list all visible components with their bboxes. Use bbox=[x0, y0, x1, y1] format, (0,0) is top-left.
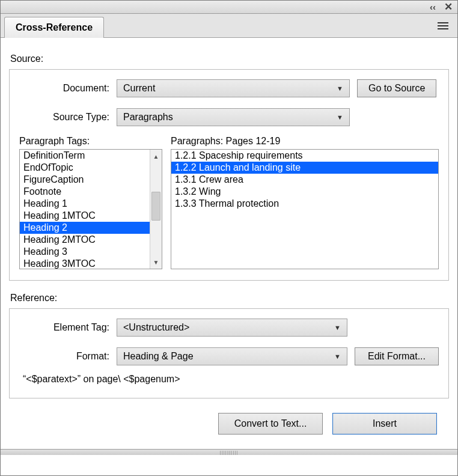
scroll-thumb[interactable] bbox=[151, 192, 160, 221]
scroll-track[interactable] bbox=[150, 163, 162, 255]
list-item[interactable]: 1.2.1 Spaceship requirements bbox=[171, 150, 438, 162]
reference-group: Element Tag: <Unstructured> ▼ Format: He… bbox=[9, 308, 449, 398]
paragraphs-listbox[interactable]: 1.2.1 Spaceship requirements1.2.2 Launch… bbox=[171, 149, 439, 269]
panel-menu-icon[interactable] bbox=[437, 14, 457, 37]
go-to-source-button[interactable]: Go to Source bbox=[357, 79, 436, 97]
source-type-combo-value: Paragraphs bbox=[123, 112, 173, 123]
reference-section-label: Reference: bbox=[10, 293, 449, 304]
paragraph-tags-label: Paragraph Tags: bbox=[19, 136, 162, 147]
source-type-label: Source Type: bbox=[19, 112, 109, 123]
tabbar: Cross-Reference bbox=[1, 14, 457, 38]
list-item[interactable]: EndOfTopic bbox=[20, 162, 150, 174]
list-item[interactable]: Heading 2MTOC bbox=[20, 234, 150, 246]
list-item[interactable]: DefinitionTerm bbox=[20, 150, 150, 162]
format-combo[interactable]: Heading & Page ▼ bbox=[117, 347, 347, 365]
scroll-down-icon[interactable]: ▼ bbox=[150, 255, 162, 269]
close-icon[interactable]: ✕ bbox=[444, 2, 453, 12]
element-tag-combo[interactable]: <Unstructured> ▼ bbox=[117, 319, 347, 337]
insert-button[interactable]: Insert bbox=[332, 413, 437, 435]
format-combo-value: Heading & Page bbox=[123, 351, 194, 362]
list-item[interactable]: Heading 1 bbox=[20, 198, 150, 210]
list-item[interactable]: Heading 2 bbox=[20, 222, 150, 234]
element-tag-label: Element Tag: bbox=[19, 322, 109, 333]
list-item[interactable]: Footnote bbox=[20, 186, 150, 198]
titlebar: ‹‹ ✕ bbox=[1, 1, 457, 14]
convert-to-text-button[interactable]: Convert to Text... bbox=[218, 413, 323, 435]
paragraphs-label: Paragraphs: Pages 12-19 bbox=[171, 136, 439, 147]
edit-format-button[interactable]: Edit Format... bbox=[355, 347, 439, 365]
list-item[interactable]: Heading 1MTOC bbox=[20, 210, 150, 222]
collapse-icon[interactable]: ‹‹ bbox=[430, 2, 436, 11]
list-item[interactable]: 1.3.3 Thermal protection bbox=[171, 198, 438, 210]
convert-to-text-label: Convert to Text... bbox=[234, 418, 307, 429]
chevron-down-icon: ▼ bbox=[334, 353, 341, 360]
list-item[interactable]: 1.3.1 Crew area bbox=[171, 174, 438, 186]
tab-label: Cross-Reference bbox=[16, 22, 93, 33]
list-item[interactable]: 1.3.2 Wing bbox=[171, 186, 438, 198]
insert-label: Insert bbox=[373, 418, 397, 429]
tab-cross-reference[interactable]: Cross-Reference bbox=[4, 17, 104, 38]
source-group: Document: Current ▼ Go to Source Source … bbox=[9, 69, 449, 281]
scrollbar[interactable]: ▲ ▼ bbox=[150, 150, 162, 269]
list-item[interactable]: 1.2.2 Launch and landing site bbox=[171, 162, 438, 174]
chevron-down-icon: ▼ bbox=[337, 85, 343, 92]
document-combo-value: Current bbox=[123, 83, 155, 94]
format-label: Format: bbox=[19, 351, 109, 362]
source-type-combo[interactable]: Paragraphs ▼ bbox=[117, 108, 350, 126]
resize-grip[interactable]: |||||||||| bbox=[1, 449, 457, 455]
source-section-label: Source: bbox=[10, 53, 449, 64]
go-to-source-label: Go to Source bbox=[368, 83, 425, 94]
chevron-down-icon: ▼ bbox=[334, 324, 341, 331]
chevron-down-icon: ▼ bbox=[337, 114, 343, 121]
dialog-content: Source: Document: Current ▼ Go to Source… bbox=[1, 38, 457, 449]
list-item[interactable]: Heading 3MTOC bbox=[20, 258, 150, 269]
list-item[interactable]: FigureCaption bbox=[20, 174, 150, 186]
document-combo[interactable]: Current ▼ bbox=[117, 79, 350, 97]
document-label: Document: bbox=[19, 83, 109, 94]
element-tag-combo-value: <Unstructured> bbox=[123, 322, 189, 333]
list-item[interactable]: Heading 3 bbox=[20, 246, 150, 258]
paragraph-tags-listbox[interactable]: DefinitionTermEndOfTopicFigureCaptionFoo… bbox=[19, 149, 162, 269]
dialog-footer: Convert to Text... Insert bbox=[9, 398, 449, 441]
format-definition-text: “<$paratext>” on page\ <$pagenum> bbox=[23, 374, 436, 385]
edit-format-label: Edit Format... bbox=[368, 351, 426, 362]
scroll-up-icon[interactable]: ▲ bbox=[150, 150, 162, 163]
